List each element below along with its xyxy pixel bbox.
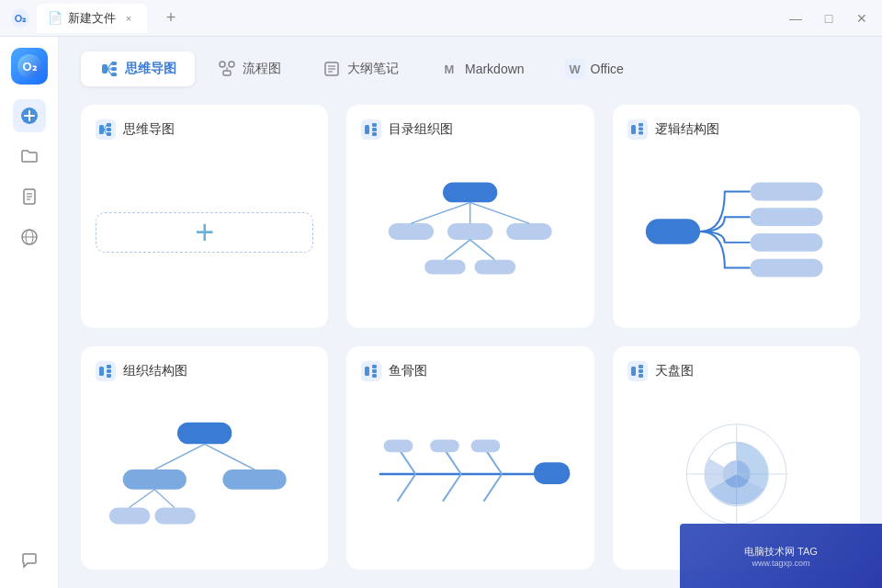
card-mindmap-preview: + bbox=[96, 151, 313, 313]
svg-rect-47 bbox=[425, 259, 466, 274]
tab-outline-icon bbox=[322, 59, 342, 79]
card-logic-title: 逻辑结构图 bbox=[628, 119, 845, 140]
empty-template-area: + bbox=[96, 212, 313, 253]
tab-outline-label: 大纲笔记 bbox=[347, 61, 399, 77]
card-org-label: 组织结构图 bbox=[123, 363, 187, 379]
svg-rect-69 bbox=[109, 507, 150, 524]
svg-rect-55 bbox=[645, 219, 699, 244]
template-grid: 思维导图 + bbox=[59, 86, 882, 588]
maximize-button[interactable]: □ bbox=[820, 9, 838, 28]
sidebar-logo: O₂ bbox=[11, 48, 48, 85]
minimize-button[interactable]: — bbox=[786, 9, 805, 28]
svg-rect-58 bbox=[750, 232, 822, 251]
card-mindmap-label: 思维导图 bbox=[123, 121, 175, 138]
card-dir-org-label: 目录组织图 bbox=[389, 121, 453, 138]
svg-text:O₂: O₂ bbox=[22, 60, 36, 74]
titlebar: O₂ 📄 新建文件 × + — □ ✕ bbox=[0, 0, 882, 37]
tab-flowchart-label: 流程图 bbox=[243, 61, 281, 77]
svg-point-22 bbox=[229, 62, 234, 67]
tab-office[interactable]: W Office bbox=[547, 51, 642, 86]
tab-flowchart[interactable]: 流程图 bbox=[198, 51, 300, 86]
svg-line-72 bbox=[154, 489, 175, 507]
app-logo: O₂ bbox=[11, 9, 29, 28]
current-tab[interactable]: 📄 新建文件 × bbox=[37, 4, 147, 33]
card-mindmap-icon bbox=[96, 119, 116, 140]
svg-rect-15 bbox=[111, 62, 117, 65]
tab-mindmap[interactable]: 思维导图 bbox=[81, 51, 195, 86]
watermark: 电脑技术网 TAG www.tagxp.com bbox=[680, 524, 882, 588]
svg-rect-43 bbox=[507, 223, 552, 240]
template-card-dir-org[interactable]: 目录组织图 bbox=[346, 105, 594, 328]
svg-rect-53 bbox=[639, 128, 643, 131]
svg-line-83 bbox=[443, 474, 461, 502]
sidebar-doc-button[interactable] bbox=[13, 180, 46, 213]
card-dir-org-icon bbox=[361, 119, 381, 140]
svg-rect-74 bbox=[372, 365, 377, 368]
svg-rect-62 bbox=[107, 369, 111, 373]
svg-rect-57 bbox=[750, 208, 822, 226]
template-card-mindmap[interactable]: 思维导图 + bbox=[81, 105, 328, 328]
svg-rect-23 bbox=[223, 71, 231, 75]
close-button[interactable]: ✕ bbox=[853, 9, 871, 28]
svg-rect-90 bbox=[639, 369, 643, 373]
svg-line-49 bbox=[445, 239, 470, 259]
svg-rect-63 bbox=[107, 374, 111, 378]
svg-rect-40 bbox=[443, 182, 497, 202]
card-mindmap-title: 思维导图 bbox=[96, 119, 313, 140]
sidebar-bottom bbox=[13, 544, 46, 577]
card-logic-label: 逻辑结构图 bbox=[655, 121, 719, 138]
svg-rect-85 bbox=[384, 439, 413, 452]
card-fishbone-preview bbox=[361, 392, 579, 555]
tab-icon: 📄 bbox=[48, 11, 62, 25]
svg-line-68 bbox=[205, 444, 254, 469]
svg-rect-36 bbox=[365, 125, 369, 134]
svg-rect-32 bbox=[107, 132, 111, 136]
svg-rect-29 bbox=[99, 125, 104, 134]
card-org-icon bbox=[96, 361, 116, 381]
new-tab-button[interactable]: + bbox=[158, 6, 184, 31]
card-fishbone-icon bbox=[361, 361, 381, 381]
svg-rect-86 bbox=[430, 439, 459, 452]
tab-markdown[interactable]: M Markdown bbox=[421, 51, 543, 86]
svg-rect-41 bbox=[389, 223, 434, 240]
svg-line-84 bbox=[484, 474, 503, 502]
tab-outline[interactable]: 大纲笔记 bbox=[303, 51, 417, 86]
sidebar-add-button[interactable] bbox=[13, 99, 46, 132]
titlebar-left: O₂ 📄 新建文件 × + bbox=[11, 4, 184, 33]
svg-rect-39 bbox=[372, 132, 377, 136]
svg-rect-56 bbox=[750, 182, 822, 200]
top-nav: 思维导图 流程图 bbox=[59, 37, 882, 86]
main-container: O₂ bbox=[0, 37, 882, 588]
tab-label: 新建文件 bbox=[68, 10, 116, 27]
sidebar-globe-button[interactable] bbox=[13, 220, 46, 254]
svg-rect-54 bbox=[639, 131, 643, 135]
card-logic-preview bbox=[628, 151, 845, 313]
svg-rect-70 bbox=[154, 507, 195, 524]
svg-rect-87 bbox=[471, 439, 501, 452]
svg-rect-61 bbox=[107, 365, 111, 368]
svg-rect-31 bbox=[107, 128, 111, 131]
card-tiandisk-label: 天盘图 bbox=[655, 363, 694, 379]
tab-close-button[interactable]: × bbox=[121, 11, 136, 26]
card-org-title: 组织结构图 bbox=[96, 361, 313, 381]
sidebar-chat-button[interactable] bbox=[13, 544, 46, 577]
tab-markdown-label: Markdown bbox=[465, 62, 525, 76]
svg-line-67 bbox=[154, 444, 204, 469]
card-fishbone-title: 鱼骨图 bbox=[361, 361, 579, 381]
sidebar: O₂ bbox=[0, 37, 59, 588]
svg-line-18 bbox=[107, 63, 111, 69]
svg-line-44 bbox=[412, 202, 470, 223]
svg-line-46 bbox=[470, 202, 529, 223]
template-card-org[interactable]: 组织结构图 bbox=[81, 346, 328, 570]
svg-rect-48 bbox=[475, 259, 515, 274]
tab-flowchart-icon bbox=[217, 59, 237, 79]
tab-mindmap-label: 思维导图 bbox=[125, 61, 176, 77]
card-dir-org-preview bbox=[361, 151, 579, 313]
template-card-fishbone[interactable]: 鱼骨图 bbox=[346, 346, 594, 570]
svg-rect-16 bbox=[111, 67, 117, 71]
svg-rect-88 bbox=[631, 367, 636, 376]
plus-icon: + bbox=[195, 213, 214, 252]
svg-rect-14 bbox=[102, 64, 107, 74]
sidebar-folder-button[interactable] bbox=[13, 140, 46, 173]
template-card-logic[interactable]: 逻辑结构图 bbox=[613, 105, 860, 328]
